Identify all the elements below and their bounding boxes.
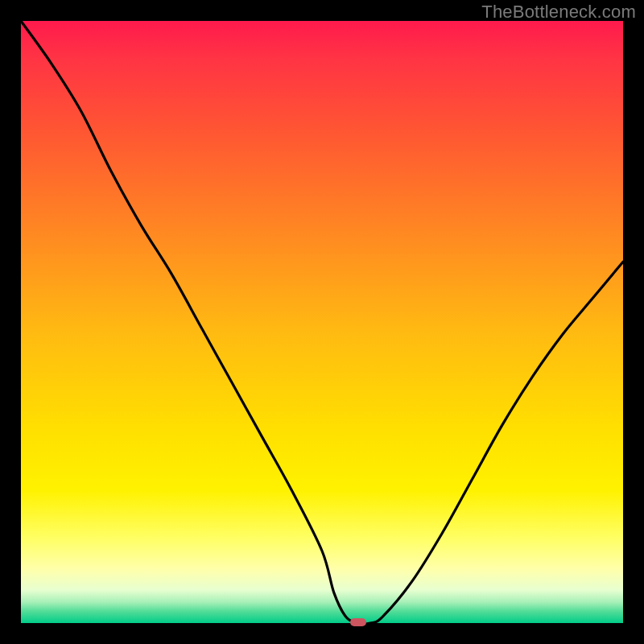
chart-container: TheBottleneck.com bbox=[0, 0, 644, 644]
plot-area bbox=[21, 21, 623, 623]
bottleneck-curve bbox=[21, 21, 623, 623]
optimal-marker bbox=[350, 618, 366, 626]
watermark-text: TheBottleneck.com bbox=[481, 2, 636, 23]
